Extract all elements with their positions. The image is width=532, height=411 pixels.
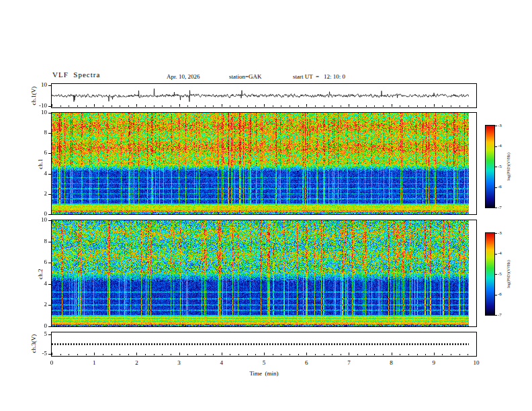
x-minor-tick-mark — [374, 105, 375, 107]
y-tick-mark — [48, 220, 51, 221]
x-minor-tick-mark — [383, 354, 384, 355]
x-minor-tick-mark — [171, 354, 171, 355]
y-tick-mark — [48, 354, 51, 355]
colorbar-tick-mark — [495, 233, 497, 234]
x-minor-tick-mark — [247, 105, 248, 107]
x-minor-tick-mark — [366, 354, 367, 355]
x-minor-tick-mark — [442, 354, 443, 355]
y-tick-label: 5 — [27, 330, 47, 337]
x-tick-mark — [476, 353, 477, 355]
y-tick-label: 6 — [27, 259, 47, 265]
colorbar-tick-label: -4 — [498, 250, 508, 256]
x-minor-tick-mark — [238, 105, 239, 107]
x-tick-mark — [306, 104, 307, 107]
x-minor-tick-mark — [315, 105, 316, 107]
ch3-waveform-ylabel: ch.3(V) — [30, 324, 38, 364]
ch2-spectrogram-ylabel: ch.2 Frequency (kHz) — [22, 220, 37, 328]
x-tick-label: 4 — [214, 359, 230, 366]
x-minor-tick-mark — [298, 105, 299, 107]
x-axis-label: Time (min) — [224, 370, 304, 377]
x-minor-tick-mark — [400, 105, 400, 107]
y-tick-mark — [48, 153, 51, 154]
y-tick-label: 10 — [27, 109, 47, 116]
figure-date: Apr. 10, 2026 — [167, 73, 200, 80]
x-minor-tick-mark — [230, 105, 230, 107]
x-minor-tick-mark — [205, 354, 206, 355]
x-tick-mark — [52, 353, 52, 355]
x-minor-tick-mark — [281, 105, 281, 107]
y-tick-mark — [48, 284, 51, 285]
ch2-spectrogram-panel — [51, 220, 477, 327]
x-minor-tick-mark — [196, 105, 197, 107]
x-tick-mark — [434, 353, 435, 355]
x-minor-tick-mark — [255, 105, 256, 107]
y-tick-label: 6 — [27, 149, 47, 156]
x-minor-tick-mark — [205, 105, 206, 107]
x-minor-tick-mark — [187, 105, 188, 107]
colorbar-tick-label: -7 — [498, 205, 508, 210]
x-minor-tick-mark — [425, 354, 426, 355]
x-minor-tick-mark — [103, 354, 103, 355]
colorbar-tick-mark — [495, 126, 497, 126]
x-tick-mark — [179, 104, 180, 107]
y-tick-label: -10 — [27, 102, 47, 109]
y-tick-mark — [48, 194, 51, 195]
x-minor-tick-mark — [468, 354, 468, 355]
ch2-spectrogram-ylabel-channel: ch.2 — [37, 220, 44, 328]
y-tick-label: 2 — [27, 301, 47, 308]
x-minor-tick-mark — [442, 105, 443, 107]
y-tick-mark — [48, 326, 51, 327]
x-minor-tick-mark — [77, 105, 78, 107]
y-tick-label: 8 — [27, 238, 47, 244]
x-tick-mark — [264, 104, 265, 107]
ch1-spectrogram-panel — [51, 112, 477, 215]
x-tick-mark — [349, 353, 349, 355]
colorbar-tick-label: -3 — [498, 230, 508, 236]
x-tick-label: 10 — [468, 359, 484, 366]
x-tick-mark — [306, 353, 307, 355]
x-minor-tick-mark — [459, 105, 460, 107]
x-minor-tick-mark — [213, 105, 214, 107]
x-minor-tick-mark — [451, 105, 451, 107]
y-tick-label: 2 — [27, 190, 47, 197]
y-tick-mark — [48, 174, 51, 175]
x-minor-tick-mark — [332, 354, 332, 355]
x-minor-tick-mark — [451, 354, 451, 355]
y-tick-mark — [48, 133, 51, 134]
ch2-colorbar-canvas — [486, 233, 494, 315]
y-tick-label: 0 — [27, 322, 47, 329]
colorbar-tick-mark — [495, 274, 497, 275]
x-tick-label: 9 — [426, 359, 442, 366]
x-minor-tick-mark — [357, 105, 358, 107]
x-tick-mark — [222, 104, 222, 107]
colorbar-tick-label: -5 — [498, 164, 508, 169]
x-minor-tick-mark — [341, 105, 341, 107]
y-tick-label: 10 — [27, 81, 47, 88]
x-minor-tick-mark — [128, 105, 129, 107]
x-minor-tick-mark — [425, 105, 426, 107]
x-minor-tick-mark — [408, 105, 409, 107]
x-minor-tick-mark — [171, 105, 171, 107]
x-minor-tick-mark — [324, 354, 324, 355]
colorbar-tick-label: -3 — [498, 123, 508, 128]
x-minor-tick-mark — [120, 354, 120, 355]
x-minor-tick-mark — [162, 354, 163, 355]
ch2-colorbar — [485, 232, 495, 316]
x-minor-tick-mark — [60, 354, 61, 355]
x-minor-tick-mark — [145, 105, 146, 107]
x-minor-tick-mark — [103, 105, 103, 107]
x-minor-tick-mark — [69, 105, 69, 107]
x-tick-label: 2 — [128, 359, 144, 366]
x-tick-mark — [136, 353, 137, 355]
figure-title: VLF Spectra — [52, 71, 100, 79]
x-minor-tick-mark — [366, 105, 367, 107]
x-tick-mark — [349, 104, 349, 107]
x-minor-tick-mark — [247, 354, 248, 355]
colorbar-tick-label: -4 — [498, 143, 508, 148]
x-tick-mark — [136, 104, 137, 107]
y-tick-mark — [48, 85, 51, 86]
x-minor-tick-mark — [417, 354, 418, 355]
x-tick-mark — [94, 353, 95, 355]
y-tick-label: 10 — [27, 216, 47, 223]
x-tick-mark — [52, 104, 52, 107]
